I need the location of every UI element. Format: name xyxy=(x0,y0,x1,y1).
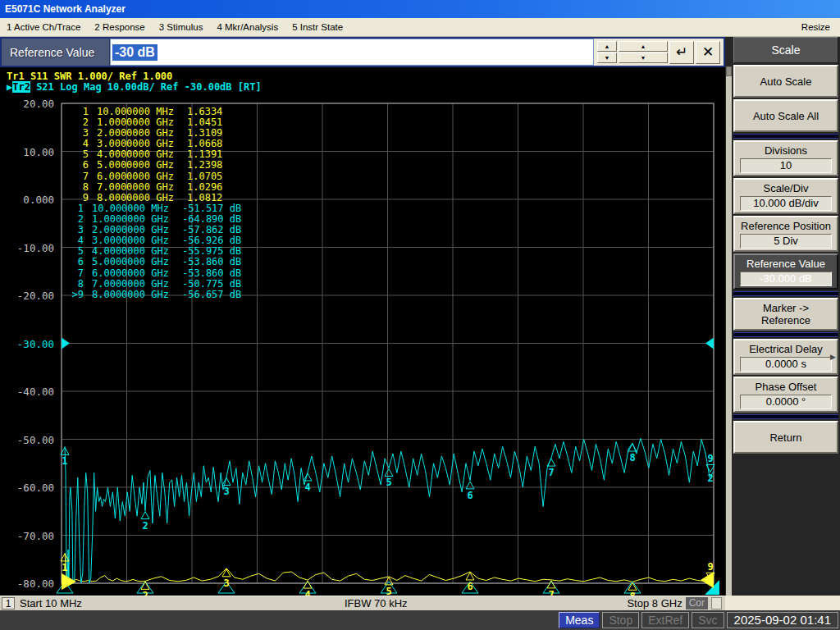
ifbw-value: IFBW 70 kHz xyxy=(345,597,408,609)
taskbar-badge-stop[interactable]: Stop xyxy=(602,612,639,628)
taskbar-clock: 2025-09-02 01:41 xyxy=(727,612,838,628)
softkey-auto-scale[interactable]: Auto Scale xyxy=(733,65,838,98)
step-spinner-small: ▲ ▼ xyxy=(597,41,617,63)
entry-controls: ▲ ▼ ▲ ▼ ↵ ✕ xyxy=(594,39,724,66)
marker-table-row: 65.0000000 GHz1.2398 xyxy=(69,160,222,171)
spin-up-small-icon[interactable]: ▲ xyxy=(597,41,617,52)
softkey-marker[interactable]: Marker ->Reference xyxy=(733,298,838,331)
marker-number: 4 xyxy=(304,482,310,493)
marker-number: 6 xyxy=(467,581,472,592)
y-axis-tick-label: -80.00 xyxy=(5,578,54,590)
window-title: E5071C Network Analyzer xyxy=(5,3,126,15)
marker-number: 3 xyxy=(223,486,229,497)
taskbar-badge-extref[interactable]: ExtRef xyxy=(641,612,689,628)
menu-item[interactable]: 3 Stimulus xyxy=(159,21,211,34)
softkey-value: 0.0000 s xyxy=(740,357,832,372)
channel-number: 1 xyxy=(2,597,15,609)
marker-table-logmag: 110.000000 MHz-51.517 dB21.0000000 GHz-6… xyxy=(64,203,241,300)
y-axis-tick-label: 20.00 xyxy=(5,98,54,110)
softkey-reference-value[interactable]: Reference Value-30.000 dB xyxy=(733,253,838,290)
softkey-return[interactable]: Return xyxy=(733,421,838,454)
marker-number: 4 xyxy=(304,589,310,596)
softkey-scrollbar[interactable] xyxy=(726,66,732,596)
softkey-separator xyxy=(733,291,838,296)
marker-symbol xyxy=(304,473,312,481)
close-icon[interactable]: ✕ xyxy=(696,41,720,64)
taskbar: MeasStopExtRefSvc 2025-09-02 01:41 xyxy=(0,610,840,630)
tr2-ref-arrow-left xyxy=(62,338,70,349)
spin-down-large-icon[interactable]: ▼ xyxy=(619,52,668,63)
marker-table-row: 76.0000000 GHz1.0705 xyxy=(69,171,222,182)
marker-number: 2 xyxy=(142,520,148,532)
marker-symbol xyxy=(222,477,231,485)
marker-subnumber: 2 xyxy=(707,472,713,484)
entry-input[interactable]: -30 dB xyxy=(110,39,594,66)
y-axis-tick-label: -20.00 xyxy=(5,290,54,302)
app-window: E5071C Network Analyzer 1 Active Ch/Trac… xyxy=(0,0,840,630)
marker-number: 5 xyxy=(386,586,391,596)
marker-symbol xyxy=(385,468,393,476)
channel-status-bar: 1 Start 10 MHz IFBW 70 kHz Stop 8 GHz Co… xyxy=(0,596,725,610)
entry-label: Reference Value xyxy=(2,39,110,66)
softkey-separator xyxy=(733,332,838,337)
softkey-auto-scale-all[interactable]: Auto Scale All xyxy=(733,99,838,132)
scrollbar-thumb[interactable] xyxy=(726,66,732,76)
softkey-electrical-delay[interactable]: Electrical Delay0.0000 s▶ xyxy=(733,339,838,375)
y-axis-tick-label: -50.00 xyxy=(5,434,54,446)
menu-item[interactable]: 5 Instr State xyxy=(292,21,350,34)
y-axis-tick-label: 10.00 xyxy=(5,146,54,158)
y-axis-tick-label: 0.000 xyxy=(5,194,54,206)
instrument-screen: 1234567891234567892 Tr1 S11 SWR 1.000/ R… xyxy=(0,67,725,596)
y-axis-tick-label: -70.00 xyxy=(5,530,54,542)
marker-table-row: 65.0000000 GHz-53.860 dB xyxy=(64,257,241,267)
softkey-value: 0.0000 ° xyxy=(740,395,832,409)
spin-down-small-icon[interactable]: ▼ xyxy=(597,52,617,63)
tr2-ref-arrow-right xyxy=(705,338,714,349)
marker-table-swr: 110.000000 MHz1.633421.0000000 GHz1.0451… xyxy=(69,107,222,203)
marker-number: 5 xyxy=(386,477,391,488)
y-axis-tick-label: -40.00 xyxy=(5,386,54,398)
y-axis-tick-label: -60.00 xyxy=(5,482,54,494)
entry-value-selected[interactable]: -30 dB xyxy=(112,44,158,61)
marker-table-row: 76.0000000 GHz-53.860 dB xyxy=(64,268,241,279)
y-axis-tick-label: -10.00 xyxy=(5,242,54,254)
enter-icon[interactable]: ↵ xyxy=(669,41,694,64)
softkey-scale-div[interactable]: Scale/Div10.000 dB/div xyxy=(733,178,838,214)
entry-toolbar: Reference Value -30 dB ▲ ▼ ▲ ▼ ↵ ✕ xyxy=(0,37,725,67)
menu-bar: 1 Active Ch/Trace2 Response3 Stimulus4 M… xyxy=(0,18,840,37)
marker-symbol xyxy=(222,569,231,577)
step-spinner-large: ▲ ▼ xyxy=(619,41,668,63)
taskbar-badge-meas[interactable]: Meas xyxy=(559,612,600,628)
menu-item[interactable]: 4 Mkr/Analysis xyxy=(217,21,285,34)
softkey-phase-offset[interactable]: Phase Offset0.0000 ° xyxy=(733,377,838,413)
marker-symbol xyxy=(141,512,149,519)
softkey-reference-position[interactable]: Reference Position5 Div xyxy=(733,216,838,252)
softkey-divisions[interactable]: Divisions10 xyxy=(733,140,838,176)
title-bar: E5071C Network Analyzer xyxy=(0,0,840,18)
softkey-separator xyxy=(733,414,838,419)
menu-item[interactable]: 1 Active Ch/Trace xyxy=(7,21,88,34)
marker-number: 1 xyxy=(62,455,67,467)
softkey-menu-title: Scale xyxy=(733,37,838,63)
taskbar-badges: MeasStopExtRefSvc xyxy=(559,612,724,628)
softkey-list: ScaleAuto ScaleAuto Scale AllDivisions10… xyxy=(733,37,838,455)
marker-number: 9 xyxy=(707,453,713,464)
correction-badge: Cor xyxy=(686,597,708,609)
trace2-info: ▶Tr2 S21 Log Mag 10.00dB/ Ref -30.00dB [… xyxy=(7,81,262,93)
marker-number: 2 xyxy=(142,590,148,596)
submenu-arrow-icon: ▶ xyxy=(830,353,836,361)
marker-table-row: 87.0000000 GHz-50.775 dB xyxy=(64,279,241,290)
menu-item[interactable]: 2 Response xyxy=(94,21,152,34)
softkey-panel: ScaleAuto ScaleAuto Scale AllDivisions10… xyxy=(725,37,840,596)
y-axis-tick-label: -30.00 xyxy=(5,338,54,350)
softkey-value: 10 xyxy=(740,158,832,173)
status-spare-box xyxy=(711,597,722,609)
spin-up-large-icon[interactable]: ▲ xyxy=(619,41,668,52)
taskbar-badge-svc[interactable]: Svc xyxy=(692,612,724,628)
menu-items: 1 Active Ch/Trace2 Response3 Stimulus4 M… xyxy=(7,22,357,32)
softkey-value: 10.000 dB/div xyxy=(740,196,832,211)
marker-table-row: 87.0000000 GHz1.0296 xyxy=(69,182,222,193)
softkey-separator xyxy=(733,134,838,139)
menu-item-resize[interactable]: Resize xyxy=(801,22,833,32)
stop-frequency: Stop 8 GHz xyxy=(627,597,682,609)
